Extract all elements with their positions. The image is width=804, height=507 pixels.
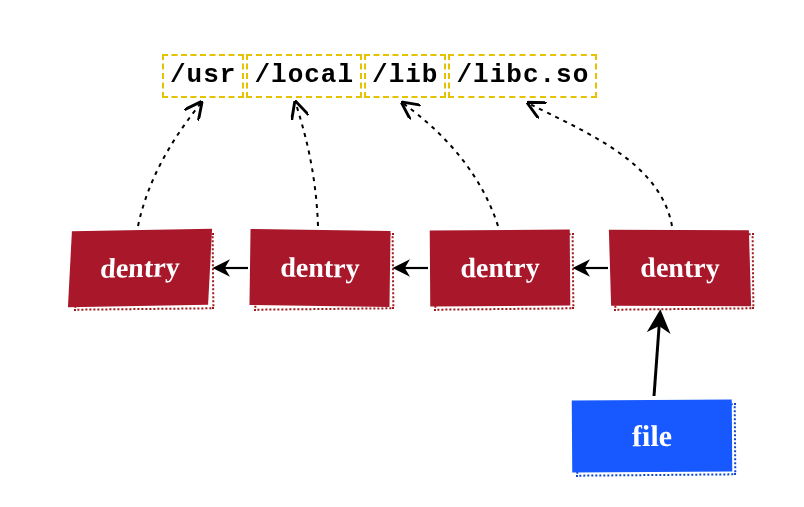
dentry-node: dentry <box>70 230 210 306</box>
dentry-label: dentry <box>99 251 180 284</box>
path-segment: /local <box>246 54 362 98</box>
path-segment: /lib <box>364 54 446 98</box>
path-segment: /usr <box>162 54 244 98</box>
arrow-dentry-to-path <box>138 104 200 226</box>
arrow-dentry-to-path <box>296 104 318 226</box>
dentry-label: dentry <box>640 252 720 284</box>
diagram-canvas: /usr /local /lib /libc.so dentry dentry … <box>0 0 804 507</box>
arrow-dentry-to-path <box>404 104 498 226</box>
dentry-node: dentry <box>250 230 390 306</box>
file-label: file <box>632 419 672 453</box>
dentry-label: dentry <box>460 252 540 285</box>
dentry-node: dentry <box>610 230 750 306</box>
path-segments-row: /usr /local /lib /libc.so <box>162 54 597 98</box>
arrow-dentry-to-path <box>530 104 672 226</box>
dentry-node: dentry <box>430 230 570 306</box>
path-segment: /libc.so <box>448 54 597 98</box>
file-node: file <box>572 400 732 472</box>
dentry-label: dentry <box>280 251 360 284</box>
arrow-file-to-dentry <box>654 314 660 396</box>
dentry-row: dentry dentry dentry dentry <box>70 230 750 306</box>
